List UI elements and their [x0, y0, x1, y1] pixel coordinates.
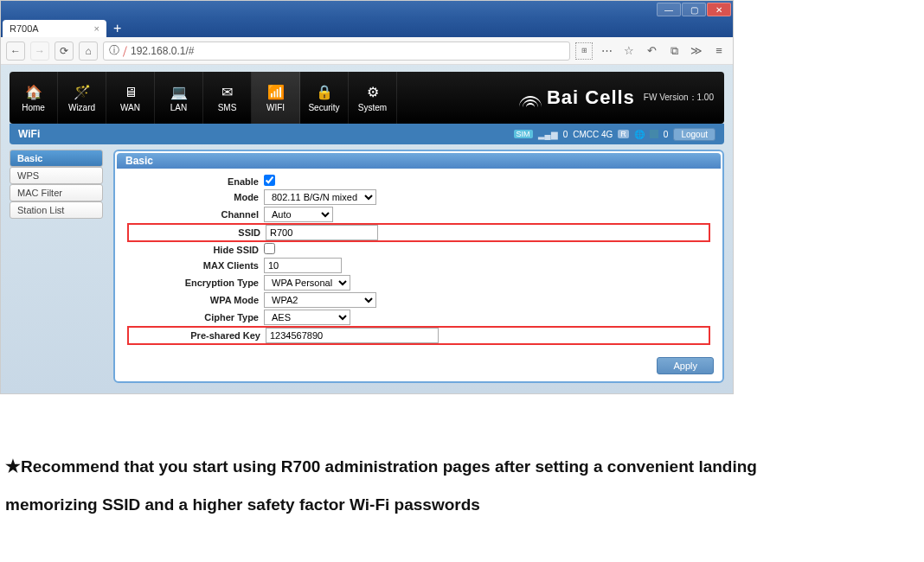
forward-button[interactable]: → [30, 42, 49, 61]
tab-title: R700A [10, 23, 39, 34]
sidebar-item-basic[interactable]: Basic [10, 150, 103, 167]
psk-input[interactable] [266, 328, 439, 343]
section-header: WiFi SIM ▂▄▆ 0 CMCC 4G R 🌐 0 Logout [10, 124, 724, 144]
nav-wifi[interactable]: 📶 WIFI [252, 72, 300, 124]
tab-close-icon[interactable]: × [94, 23, 99, 34]
window-close-button[interactable]: ✕ [707, 3, 731, 16]
footnote-line2: memorizing SSID and a higher safety fact… [5, 495, 480, 514]
globe-icon: 🌐 [634, 130, 645, 139]
apply-button[interactable]: Apply [657, 357, 714, 374]
nav-label: WIFI [266, 103, 285, 112]
brand-logo: Bai Cells [517, 86, 635, 109]
info-icon: ⓘ [109, 43, 119, 58]
panel-title: Basic [117, 153, 721, 169]
brand-wifi-icon [517, 88, 543, 107]
insecure-icon: ⧸ [123, 45, 127, 57]
wizard-icon: 🪄 [72, 84, 93, 101]
status-square-icon [650, 130, 658, 138]
undo-icon[interactable]: ↶ [643, 42, 660, 60]
sim-value: 0 [563, 130, 568, 139]
nav-wizard[interactable]: 🪄 Wizard [58, 72, 106, 124]
hide-ssid-checkbox[interactable] [264, 243, 275, 254]
sidebar: Basic WPS MAC Filter Station List [10, 150, 103, 383]
globe-value: 0 [664, 130, 669, 139]
firmware-version: FW Version：1.00 [644, 92, 714, 104]
window-titlebar: — ▢ ✕ [1, 1, 733, 18]
system-icon: ⚙ [363, 84, 383, 101]
menu-icon[interactable]: ≡ [710, 42, 728, 60]
window-minimize-button[interactable]: — [657, 3, 681, 16]
wpa-mode-select[interactable]: WPA2 [264, 292, 376, 308]
nav-label: Wizard [68, 103, 95, 112]
label-max-clients: MAX Clients [127, 260, 264, 271]
nav-wan[interactable]: 🖥 WAN [106, 72, 155, 124]
bookmark-icon[interactable]: ☆ [620, 42, 638, 60]
nav-label: Security [308, 103, 339, 112]
new-tab-button[interactable]: + [106, 20, 128, 37]
sidebar-item-station-list[interactable]: Station List [10, 201, 103, 219]
back-button[interactable]: ← [6, 42, 25, 61]
nav-label: SMS [218, 103, 237, 112]
label-psk: Pre-shared Key [129, 330, 266, 341]
section-title: WiFi [18, 128, 40, 140]
sms-icon: ✉ [217, 84, 238, 101]
browser-tab-active[interactable]: R700A × [3, 20, 106, 37]
mode-select[interactable]: 802.11 B/G/N mixed [264, 189, 376, 205]
url-text: 192.168.0.1/# [131, 45, 194, 57]
reload-button[interactable]: ⟳ [55, 42, 74, 61]
label-mode: Mode [127, 192, 264, 202]
window-maximize-button[interactable]: ▢ [682, 3, 706, 16]
overflow-icon[interactable]: ≫ [688, 42, 705, 60]
app-header: 🏠 Home 🪄 Wizard 🖥 WAN 💻 LAN ✉ SMS [10, 72, 724, 124]
nav-label: WAN [120, 103, 140, 112]
star-icon: ★ [5, 457, 21, 476]
label-enc-type: Encryption Type [127, 278, 264, 288]
footnote-line1: Recommend that you start using R700 admi… [21, 457, 757, 476]
nav-label: System [358, 103, 387, 112]
channel-select[interactable]: Auto [264, 207, 333, 222]
browser-tab-strip: R700A × + [1, 18, 733, 37]
home-icon: 🏠 [23, 84, 44, 101]
nav-label: Home [22, 103, 45, 112]
more-icon[interactable]: ⋯ [598, 42, 615, 60]
wan-icon: 🖥 [120, 84, 141, 101]
settings-panel: Basic Enable Mode 802.11 B/G/N mixed Cha… [113, 150, 724, 383]
browser-toolbar: ← → ⟳ ⌂ ⓘ ⧸ 192.168.0.1/# ⊞ ⋯ ☆ ↶ ⧉ ≫ ≡ [1, 37, 733, 65]
ssid-input[interactable] [266, 225, 378, 240]
roaming-badge: R [618, 130, 629, 138]
encryption-select[interactable]: WPA Personal [264, 275, 350, 291]
label-wpa-mode: WPA Mode [127, 295, 264, 305]
label-enable: Enable [127, 176, 264, 187]
url-bar[interactable]: ⓘ ⧸ 192.168.0.1/# [103, 42, 570, 61]
label-channel: Channel [127, 209, 264, 220]
nav-sms[interactable]: ✉ SMS [203, 72, 252, 124]
sidebar-item-mac-filter[interactable]: MAC Filter [10, 184, 103, 201]
logout-button[interactable]: Logout [673, 128, 715, 141]
reader-icon[interactable]: ⊞ [575, 42, 593, 60]
home-button[interactable]: ⌂ [79, 42, 98, 61]
sidebar-item-wps[interactable]: WPS [10, 167, 103, 184]
label-cipher: Cipher Type [127, 312, 264, 323]
label-ssid: SSID [129, 227, 266, 238]
signal-icon: ▂▄▆ [538, 130, 558, 139]
enable-checkbox[interactable] [264, 175, 275, 186]
nav-security[interactable]: 🔒 Security [300, 72, 349, 124]
carrier-text: CMCC 4G [573, 130, 613, 139]
nav-label: LAN [170, 103, 187, 112]
max-clients-input[interactable] [264, 258, 342, 273]
footnote: ★Recommend that you start using R700 adm… [5, 446, 919, 524]
cipher-select[interactable]: AES [264, 310, 350, 325]
nav-home[interactable]: 🏠 Home [10, 72, 58, 124]
nav-system[interactable]: ⚙ System [349, 72, 397, 124]
psk-row-highlight: Pre-shared Key [127, 326, 710, 345]
label-hide-ssid: Hide SSID [127, 245, 264, 255]
brand-text: Bai Cells [547, 86, 635, 109]
library-icon[interactable]: ⧉ [665, 42, 683, 60]
ssid-row-highlight: SSID [127, 223, 710, 242]
sim-badge: SIM [514, 130, 533, 138]
wifi-icon: 📶 [266, 84, 286, 101]
security-icon: 🔒 [314, 84, 335, 101]
lan-icon: 💻 [169, 84, 189, 101]
nav-lan[interactable]: 💻 LAN [155, 72, 203, 124]
